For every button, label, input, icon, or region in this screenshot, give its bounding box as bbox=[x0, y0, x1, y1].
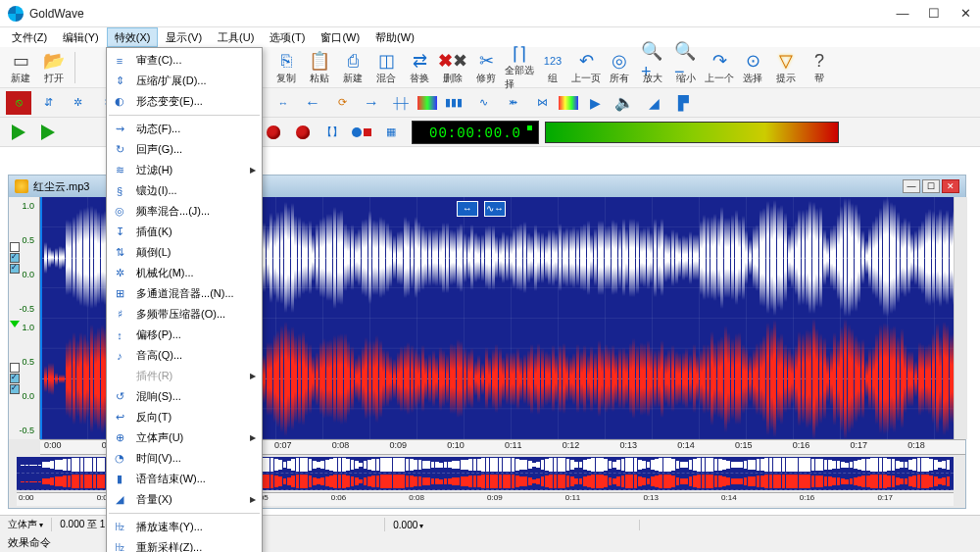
fx-item-R: 插件(R)▶ bbox=[107, 366, 262, 386]
tb-pup[interactable]: ↷上一个 bbox=[705, 49, 734, 86]
doc-minimize-button[interactable]: — bbox=[903, 179, 920, 193]
record-button[interactable] bbox=[261, 121, 286, 144]
menu-5[interactable]: 选项(T) bbox=[262, 27, 313, 47]
titlebar: GoldWave — ☐ ✕ bbox=[0, 0, 980, 27]
channel-toggle-right[interactable] bbox=[10, 363, 20, 394]
tb-trim[interactable]: ✂修剪 bbox=[471, 49, 501, 86]
fx-item-M[interactable]: ✲机械化(M)... bbox=[107, 263, 262, 283]
pnew-icon: ⎙ bbox=[341, 49, 365, 73]
fx-item-T[interactable]: ↩反向(T) bbox=[107, 407, 262, 427]
close-button[interactable]: ✕ bbox=[958, 7, 972, 21]
fx-item-F[interactable]: ⇝动态(F)... bbox=[107, 119, 262, 139]
loop-toggle-button[interactable] bbox=[349, 121, 374, 144]
fx-right-icon[interactable]: → bbox=[359, 91, 384, 115]
tb-delete[interactable]: ✖删除 bbox=[438, 49, 467, 86]
fx-speaker-icon[interactable]: 🔈 bbox=[612, 91, 637, 115]
play-button[interactable] bbox=[6, 121, 31, 144]
fx-rev-icon[interactable]: ↔ bbox=[270, 91, 296, 115]
tb-hint[interactable]: ▽提示 bbox=[771, 49, 801, 86]
fx-item-Y[interactable]: ㎐播放速率(Y)... bbox=[107, 517, 262, 537]
tb-sel[interactable]: ⊙选择 bbox=[738, 49, 767, 86]
menu-2[interactable]: 特效(X) bbox=[107, 27, 159, 47]
fx-item-U[interactable]: ⊕立体声(U)▶ bbox=[107, 427, 262, 448]
doc-scrollbar-v[interactable] bbox=[954, 197, 967, 439]
fx-band-icon[interactable]: ⋈ bbox=[529, 91, 555, 115]
tb-prev[interactable]: ↶上一页 bbox=[571, 49, 601, 86]
sel-start-marker2-icon[interactable] bbox=[10, 321, 20, 327]
minimize-button[interactable]: — bbox=[896, 7, 909, 21]
fx-mute-icon[interactable]: ◢ bbox=[641, 91, 666, 115]
fx-item-X[interactable]: ◢音量(X)▶ bbox=[107, 489, 262, 510]
fx-item-N[interactable]: ⊞多通道混音器...(N)... bbox=[107, 283, 262, 304]
fx-arrows-icon[interactable]: ⇵ bbox=[35, 91, 61, 115]
status-stereo[interactable]: 立体声 bbox=[0, 518, 52, 531]
fx-item-P[interactable]: ↕偏移(P)... bbox=[107, 325, 262, 345]
file-icon bbox=[15, 179, 28, 193]
fx-item-I[interactable]: §镶边(I)... bbox=[107, 180, 262, 201]
menu-3[interactable]: 显示(V) bbox=[158, 27, 210, 47]
doc-maximize-button[interactable]: ☐ bbox=[922, 179, 940, 193]
tb-open[interactable]: 📂打开 bbox=[39, 49, 69, 86]
menu-7[interactable]: 帮助(W) bbox=[368, 27, 422, 47]
fx-item-K[interactable]: ↧插值(K) bbox=[107, 222, 262, 242]
menu-6[interactable]: 窗口(W) bbox=[313, 27, 368, 47]
fx-item-Z[interactable]: ㎐重新采样(Z)... bbox=[107, 537, 262, 552]
tb-replace[interactable]: ⇄替换 bbox=[405, 49, 434, 86]
fx-spectrum2-icon[interactable] bbox=[559, 96, 578, 110]
tb-pnew[interactable]: ⎙新建 bbox=[338, 49, 368, 86]
fx-item-G[interactable]: ↻回声(G)... bbox=[107, 139, 262, 160]
record2-button[interactable] bbox=[290, 121, 316, 144]
tb-paste[interactable]: 📋粘贴 bbox=[305, 49, 334, 86]
pup-icon: ↷ bbox=[708, 49, 731, 73]
fx-menu-dropdown: ≡审查(C)...⇕压缩/扩展(D)...◐形态变变(E)...⇝动态(F)..… bbox=[106, 47, 263, 552]
tb-copy[interactable]: ⎘复制 bbox=[271, 49, 301, 86]
fx-item-H[interactable]: ≋过滤(H)▶ bbox=[107, 160, 262, 180]
tb-new[interactable]: ▭新建 bbox=[6, 49, 35, 86]
fx-item-icon: § bbox=[111, 183, 128, 199]
tb-viewall[interactable]: ◎所有 bbox=[605, 49, 634, 86]
fx-item-S[interactable]: ↺混响(S)... bbox=[107, 386, 262, 407]
fx-spectrum1-icon[interactable] bbox=[417, 96, 437, 110]
fx-item-icon: ↻ bbox=[111, 142, 128, 158]
tb-zoomin[interactable]: 🔍+放大 bbox=[638, 49, 667, 86]
fx-item-D[interactable]: ⇕压缩/扩展(D)... bbox=[107, 71, 262, 91]
fx-item-icon: ◐ bbox=[111, 94, 128, 110]
tb-group[interactable]: 123组 bbox=[538, 49, 567, 86]
tb-selall[interactable]: ⌈⌉全部选择 bbox=[505, 49, 534, 86]
fx-flag-icon[interactable]: ▛ bbox=[670, 91, 696, 115]
fx-pinch-icon[interactable]: ⤘ bbox=[500, 91, 525, 115]
fx-loop-icon[interactable]: ⟳ bbox=[329, 91, 355, 115]
menu-1[interactable]: 编辑(Y) bbox=[55, 27, 107, 47]
tb-zoomout[interactable]: 🔍−缩小 bbox=[671, 49, 701, 86]
fx-item-icon: ◢ bbox=[111, 492, 128, 508]
fx-item-O[interactable]: ♯多频带压缩器(O)... bbox=[107, 304, 262, 325]
fx-sine-icon[interactable]: ∿ bbox=[470, 91, 496, 115]
fx-bars-icon[interactable]: ▮▮▮ bbox=[441, 91, 466, 115]
channel-toggle-left[interactable] bbox=[10, 242, 20, 274]
fx-item-V[interactable]: ◔时间(V)... bbox=[107, 448, 262, 469]
fx-item-C[interactable]: ≡审查(C)... bbox=[107, 50, 262, 71]
status-pos[interactable]: 0.000 bbox=[385, 520, 640, 530]
fx-star-icon[interactable]: ✲ bbox=[65, 91, 90, 115]
menu-0[interactable]: 文件(Z) bbox=[4, 27, 55, 47]
submenu-arrow-icon: ▶ bbox=[250, 372, 256, 380]
fx-play-icon[interactable]: ▶ bbox=[582, 91, 608, 115]
fx-item-L[interactable]: ⇅颠倒(L) bbox=[107, 242, 262, 263]
menu-4[interactable]: 工具(U) bbox=[210, 27, 262, 47]
tb-help[interactable]: ?帮 bbox=[805, 49, 834, 86]
fx-item-J[interactable]: ◎频率混合...(J)... bbox=[107, 201, 262, 222]
fx-item-W[interactable]: ▮语音结束(W)... bbox=[107, 469, 262, 489]
tb-mix[interactable]: ◫混合 bbox=[371, 49, 401, 86]
fx-item-icon bbox=[111, 369, 128, 384]
fx-item-Q[interactable]: ♪音高(Q)... bbox=[107, 345, 262, 366]
hint-icon: ▽ bbox=[774, 49, 798, 73]
fx-eq-icon[interactable]: ┼┼ bbox=[388, 91, 414, 115]
fx-item-E[interactable]: ◐形态变变(E)... bbox=[107, 91, 262, 112]
window-button[interactable]: ▦ bbox=[378, 121, 404, 144]
play-sel-button[interactable] bbox=[35, 121, 61, 144]
doc-close-button[interactable]: ✕ bbox=[942, 179, 959, 193]
fx-left-icon[interactable]: ← bbox=[300, 91, 325, 115]
marker-set-button[interactable]: 【】 bbox=[319, 121, 345, 144]
maximize-button[interactable]: ☐ bbox=[927, 7, 941, 21]
fx-stop-icon[interactable]: ⦸ bbox=[6, 91, 31, 115]
